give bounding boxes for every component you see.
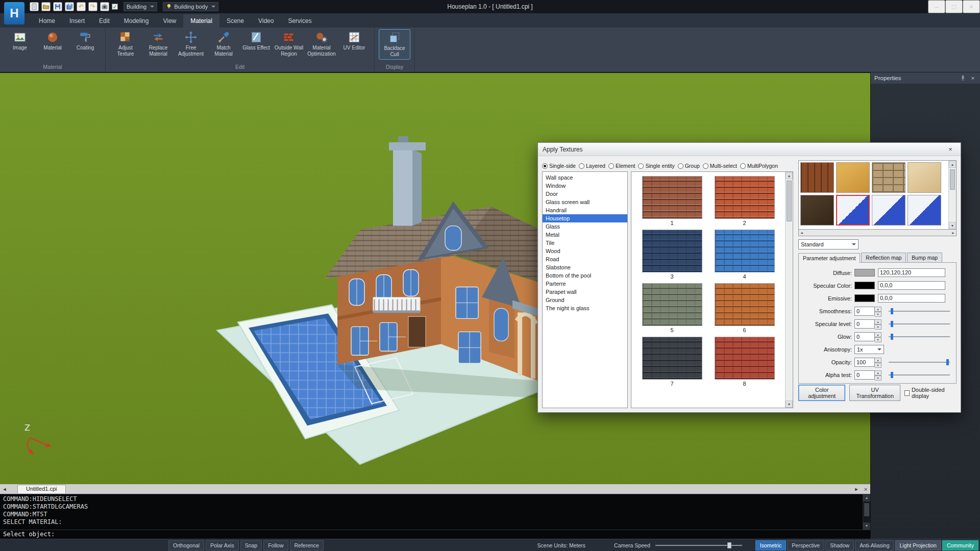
ribbon-tab[interactable]: Material: [183, 14, 219, 28]
palette-vscrollbar[interactable]: ▲ ▼: [948, 161, 956, 229]
category-item[interactable]: Bottom of the pool: [543, 271, 627, 280]
palette-swatch[interactable]: [800, 195, 834, 226]
replace-material-button[interactable]: Replace Material: [142, 29, 174, 59]
adjust-texture-button[interactable]: Adjust Texture: [110, 29, 141, 59]
spinner[interactable]: ▴▾: [875, 332, 881, 341]
texture-thumbnail[interactable]: 1: [641, 176, 704, 228]
texture-thumbnail[interactable]: 6: [713, 283, 776, 335]
status-toggle-button[interactable]: Reference: [290, 540, 324, 550]
mode-radio[interactable]: Single-side: [542, 163, 576, 169]
opacity-slider[interactable]: [889, 359, 950, 366]
texture-thumbnail[interactable]: 5: [641, 283, 704, 335]
slider-handle[interactable]: [891, 372, 893, 378]
redo-icon[interactable]: ↷: [88, 2, 97, 11]
parameter-tab[interactable]: Bump map: [907, 253, 942, 262]
scroll-down-icon[interactable]: ▼: [786, 400, 793, 408]
palette-swatch[interactable]: [872, 162, 905, 193]
match-material-button[interactable]: Match Material: [208, 29, 239, 59]
uv-editor-button[interactable]: UV Editor: [338, 29, 370, 53]
camera-speed-slider[interactable]: [655, 542, 742, 548]
mode-radio[interactable]: Multi-select: [703, 163, 737, 169]
dialog-close-icon[interactable]: ×: [945, 144, 956, 155]
scroll-left-icon[interactable]: ◄: [800, 231, 803, 235]
diffuse-value-field[interactable]: 120,120,120: [878, 268, 945, 277]
file-tab-next-icon[interactable]: ►: [852, 487, 861, 492]
palette-swatch[interactable]: [836, 162, 870, 193]
scroll-thumb[interactable]: [864, 503, 869, 516]
maximize-button[interactable]: □: [945, 0, 963, 13]
parameter-tab[interactable]: Reflection map: [861, 253, 906, 262]
scroll-down-icon[interactable]: ▼: [863, 522, 870, 530]
status-view-button[interactable]: Isometric: [755, 540, 787, 550]
texture-scrollbar[interactable]: ▲ ▼: [785, 172, 793, 408]
slider-handle[interactable]: [891, 321, 893, 327]
file-tab-close-icon[interactable]: ×: [861, 486, 870, 492]
alpha-test-slider[interactable]: [889, 371, 950, 379]
category-item[interactable]: Metal: [543, 231, 627, 239]
smoothness-slider[interactable]: [889, 308, 950, 315]
palette-swatch[interactable]: [836, 195, 870, 226]
dialog-titlebar[interactable]: Apply Textures ×: [538, 143, 961, 156]
status-view-button[interactable]: Shadow: [825, 540, 854, 550]
file-tab-active[interactable]: Untitled1.cpi: [17, 485, 66, 493]
free-adjustment-button[interactable]: Free Adjustment: [175, 29, 207, 59]
palette-swatch[interactable]: [908, 195, 941, 226]
scroll-thumb[interactable]: [787, 181, 792, 221]
palette-hscrollbar[interactable]: ◄ ►: [798, 230, 957, 236]
scroll-up-icon[interactable]: ▲: [786, 172, 793, 179]
palette-swatch[interactable]: [908, 162, 941, 193]
color-adjustment-button[interactable]: Color adjustment: [798, 385, 845, 401]
specular-color-field[interactable]: 0,0,0: [878, 281, 945, 290]
smoothness-field[interactable]: 0: [854, 307, 875, 316]
category-item[interactable]: The night is glass: [543, 304, 627, 312]
category-item[interactable]: Wood: [543, 247, 627, 255]
category-item[interactable]: Ground: [543, 296, 627, 304]
emissive-value-field[interactable]: 0,0,0: [878, 294, 945, 303]
outside-wall-region-button[interactable]: Outside Wall Region: [273, 29, 305, 59]
building-visibility-checkbox[interactable]: ✓: [112, 4, 118, 10]
category-item[interactable]: Wall space: [543, 173, 627, 182]
material-optimization-button[interactable]: Material Optimization: [306, 29, 337, 59]
palette-swatch[interactable]: [800, 162, 834, 193]
file-tab-prev-icon[interactable]: ◄: [0, 487, 9, 492]
scroll-down-icon[interactable]: ▼: [949, 222, 956, 229]
category-item[interactable]: Window: [543, 182, 627, 190]
status-view-button[interactable]: Anti-Aliasing: [855, 540, 894, 550]
image-button[interactable]: Image: [4, 29, 36, 53]
material-button[interactable]: Material: [37, 29, 68, 53]
mode-radio[interactable]: Layered: [579, 163, 605, 169]
palette-swatch[interactable]: [872, 195, 905, 226]
spinner[interactable]: ▴▾: [875, 307, 881, 316]
screenshot-icon[interactable]: [100, 2, 109, 11]
new-file-icon[interactable]: [30, 2, 39, 11]
ribbon-tab[interactable]: View: [156, 14, 183, 28]
texture-thumbnail[interactable]: 8: [713, 337, 776, 388]
material-style-select[interactable]: Standard: [798, 239, 859, 249]
category-item[interactable]: Glass: [543, 222, 627, 231]
category-item[interactable]: Slabstone: [543, 263, 627, 271]
category-item[interactable]: Tile: [543, 239, 627, 247]
category-item[interactable]: Handrail: [543, 206, 627, 214]
category-item[interactable]: Parapet wall: [543, 288, 627, 296]
alpha-test-field[interactable]: 0: [854, 370, 875, 380]
texture-thumbnail[interactable]: 7: [641, 337, 704, 388]
building-body-select[interactable]: Building body: [163, 2, 218, 11]
building-layer-select[interactable]: Building: [124, 2, 157, 11]
status-view-button[interactable]: Community: [942, 540, 978, 550]
undo-icon[interactable]: ↶: [77, 2, 86, 11]
mode-radio[interactable]: MultiPolygon: [740, 163, 778, 169]
mode-radio[interactable]: Element: [608, 163, 635, 169]
status-toggle-button[interactable]: Follow: [263, 540, 288, 550]
anisotropy-select[interactable]: 1x: [854, 345, 884, 354]
mode-radio[interactable]: Group: [678, 163, 700, 169]
parameter-tab[interactable]: Parameter adjustment: [798, 253, 860, 263]
save-icon[interactable]: [53, 2, 62, 11]
camera-speed-handle[interactable]: [727, 542, 731, 548]
app-logo[interactable]: H: [4, 2, 24, 24]
double-sided-checkbox[interactable]: Double-sided display: [904, 387, 957, 399]
specular-color-swatch[interactable]: [854, 282, 875, 289]
console-log[interactable]: COMMAND:HIDEUNSELECTCOMMAND:STARTDLGCAME…: [0, 494, 863, 530]
glow-slider[interactable]: [889, 333, 950, 340]
close-button[interactable]: ×: [963, 0, 980, 13]
emissive-color-swatch[interactable]: [854, 294, 875, 302]
